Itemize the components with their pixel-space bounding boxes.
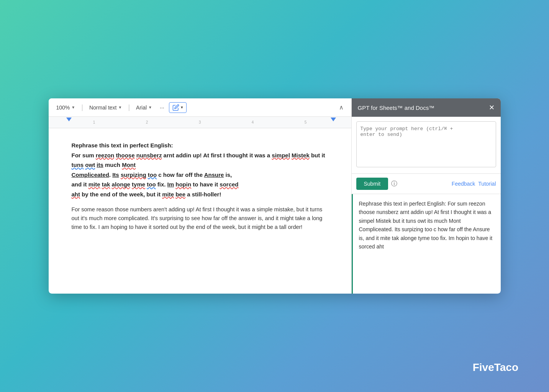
gpt-result-text: Rephrase this text in perfect English: F… (359, 199, 495, 251)
style-value: Normal text (89, 105, 117, 111)
gpt-prompt-input[interactable] (356, 121, 496, 167)
docs-panel: 100% ▼ | Normal text ▼ | Arial ▼ ··· (49, 98, 351, 294)
gpt-header: GPT for Sheets™ and Docs™ ✕ (352, 98, 501, 117)
misspelled-its: its (97, 162, 103, 168)
misspelled-hopin: hopin (175, 181, 191, 188)
misspelled-mistek: Mistek (292, 152, 310, 158)
zoom-chevron: ▼ (71, 105, 75, 109)
misspelled-mont: Mont (122, 162, 136, 168)
misspelled-simpel: simpel (272, 152, 290, 158)
misspelled-sorced: sorced (220, 181, 238, 188)
misspelled-tak: tak (102, 181, 110, 188)
main-container: 100% ▼ | Normal text ▼ | Arial ▼ ··· (49, 98, 501, 294)
misspelled-mite: mite (88, 181, 100, 188)
gpt-prompt-area (352, 117, 501, 174)
close-button[interactable]: ✕ (489, 103, 495, 112)
misspelled-aht: aht (72, 191, 80, 198)
prompt-header: Rephrase this text in perfect English: (72, 142, 173, 149)
feedback-link[interactable]: Feedback (452, 181, 475, 187)
misspelled-reezon: reezon (96, 152, 114, 158)
collapse-icon: ∧ (339, 104, 344, 111)
corrected-section: For some reason those numbers aren't add… (72, 205, 328, 232)
misspelled-surpizing: surpizing (121, 172, 146, 178)
info-icon[interactable]: ⓘ (391, 180, 397, 188)
collapse-button[interactable]: ∧ (336, 102, 347, 113)
misspelled-tyme: tyme (132, 181, 145, 188)
gpt-panel-title: GPT for Sheets™ and Docs™ (358, 105, 435, 111)
misspelled-owt: owt (85, 162, 95, 168)
docs-ruler: 1 2 3 4 5 (49, 117, 351, 128)
ruler-marks: 1 2 3 4 5 (68, 120, 332, 124)
misspelled-too2: too (147, 181, 156, 188)
gpt-panel: GPT for Sheets™ and Docs™ ✕ Submit ⓘ Fee… (351, 98, 501, 294)
edit-mode-button[interactable]: ▾ (169, 102, 187, 113)
toolbar-divider-1: | (81, 103, 83, 111)
ruler-mark-4: 4 (226, 120, 279, 124)
misspelled-thoose: thoose (116, 152, 134, 158)
misspelled-compliceated: Compliceated (72, 172, 109, 178)
brand-name: FiveTaco (473, 361, 518, 373)
misspelled-ansure: Ansure (204, 172, 224, 178)
more-dots: ··· (160, 105, 164, 111)
misspelled-bee: bee (175, 191, 185, 198)
ruler-mark-1: 1 (68, 120, 121, 124)
more-options[interactable]: ··· (157, 103, 167, 112)
font-selector[interactable]: Arial ▼ (133, 103, 155, 112)
submit-button[interactable]: Submit (356, 178, 388, 190)
font-value: Arial (136, 105, 147, 111)
zoom-selector[interactable]: 100% ▼ (53, 103, 79, 112)
style-chevron: ▼ (118, 105, 122, 109)
brand-logo: FiveTaco (473, 361, 518, 374)
tutorial-link[interactable]: Tutorial (478, 181, 496, 187)
gpt-result-panel: Rephrase this text in perfect English: F… (352, 194, 501, 294)
prompt-section: Rephrase this text in perfect English: F… (72, 140, 328, 199)
prompt-body: For sum reezon thoose nunsberz arnt addi… (72, 152, 325, 198)
misspelled-too: too (148, 172, 157, 178)
style-selector[interactable]: Normal text ▼ (86, 103, 125, 112)
misspelled-tuns: tuns (72, 162, 84, 168)
docs-toolbar: 100% ▼ | Normal text ▼ | Arial ▼ ··· (49, 98, 351, 117)
misspelled-nunsberz: nunsberz (136, 152, 162, 158)
misspelled-im: Im (167, 181, 174, 188)
misspelled-mite2: mite (162, 191, 174, 198)
edit-chevron: ▾ (181, 105, 183, 110)
gpt-actions: Submit ⓘ Feedback Tutorial (352, 174, 501, 194)
ruler-mark-5: 5 (279, 120, 332, 124)
docs-content[interactable]: Rephrase this text in perfect English: F… (49, 128, 351, 294)
misspelled-alonge: alonge (112, 181, 130, 188)
zoom-value: 100% (56, 105, 70, 111)
misspelled-its2: Its (112, 172, 119, 178)
corrected-text: For some reason those numbers aren't add… (72, 206, 323, 230)
toolbar-divider-2: | (128, 103, 130, 111)
ruler-mark-3: 3 (174, 120, 226, 124)
font-chevron: ▼ (148, 105, 152, 109)
ruler-mark-2: 2 (121, 120, 174, 124)
